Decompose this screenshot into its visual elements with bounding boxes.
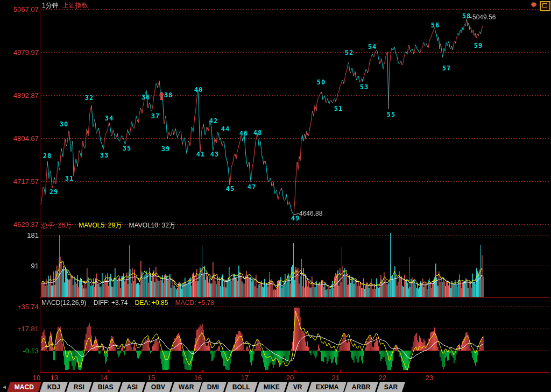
time-axis-label: 16 xyxy=(194,374,202,382)
wave-count-label: 36 xyxy=(142,94,150,101)
mavol10-label: MAVOL10: 32万 xyxy=(129,222,175,229)
tab-label: KDJ xyxy=(47,383,60,391)
tab-arbr[interactable]: ARBR xyxy=(344,382,378,392)
wave-count-label: 55 xyxy=(387,111,395,118)
wave-count-label: 28 xyxy=(43,152,52,160)
tab-label: MACD xyxy=(15,383,34,391)
time-axis-label: 17 xyxy=(241,374,249,382)
time-axis-label: 20 xyxy=(286,374,294,382)
volume-axis-label: 91 xyxy=(1,262,39,270)
macd-value-label: MACD: +5.78 xyxy=(175,299,214,307)
tab-label: ARBR xyxy=(352,383,371,391)
tab-label: EXPMA xyxy=(316,383,339,391)
session-high-annotation: 5049.56 xyxy=(472,13,496,21)
tab-vr[interactable]: VR xyxy=(286,382,310,392)
macd-header: MACD(12,26,9) DIFF: +3.74 DEA: +0.85 MAC… xyxy=(41,299,220,307)
wave-count-label: 34 xyxy=(105,115,114,122)
wave-count-label: 54 xyxy=(368,43,377,51)
wave-count-label: 52 xyxy=(345,49,354,56)
time-axis-label: 22 xyxy=(379,374,386,382)
tab-label: VR xyxy=(293,383,302,391)
time-axis-label: 15 xyxy=(147,374,155,382)
price-axis-label: 5067.07 xyxy=(1,5,39,13)
tab-macd[interactable]: MACD xyxy=(7,382,41,392)
macd-axis-label: +17.81 xyxy=(1,325,39,333)
time-axis-label: 13 xyxy=(51,374,58,382)
tab-label: BIAS xyxy=(98,383,114,391)
wave-count-label: 41 xyxy=(196,151,205,158)
wave-count-label: 47 xyxy=(248,183,256,191)
volume-axis-label: 181 xyxy=(1,231,39,239)
wave-count-label: 56 xyxy=(431,22,440,29)
time-axis-label: 23 xyxy=(426,374,433,382)
volume-header: 总手: 26万 MAVOL5: 29万 MAVOL10: 32万 xyxy=(41,221,181,230)
indicator-tabs: MACDKDJRSIBIASASIOBVW&RDMIBOLLMIKEVREXPM… xyxy=(9,382,405,392)
time-axis-label: 14 xyxy=(100,374,108,382)
wave-count-label: 50 xyxy=(317,79,326,86)
wave-count-label: 39 xyxy=(161,145,170,153)
wave-count-label: 53 xyxy=(360,83,369,91)
wave-count-label: 57 xyxy=(442,65,451,72)
tab-expma[interactable]: EXPMA xyxy=(308,382,347,392)
price-axis-label: 4979.97 xyxy=(1,48,39,56)
wave-count-label: 46 xyxy=(239,130,248,137)
macd-axis-label: -0.13 xyxy=(1,347,39,355)
tab-label: DMI xyxy=(207,383,219,391)
time-axis-label: 10 xyxy=(33,374,40,382)
dea-value-label: DEA: +0.85 xyxy=(135,299,168,307)
tab-bias[interactable]: BIAS xyxy=(90,382,121,392)
diff-value-label: DIFF: +3.74 xyxy=(94,299,128,307)
symbol-label[interactable]: 上证指数 xyxy=(62,1,88,10)
price-axis-label: 4804.67 xyxy=(1,134,39,142)
mavol5-label: MAVOL5: 29万 xyxy=(79,222,122,229)
tab-rsi[interactable]: RSI xyxy=(66,382,92,392)
wave-count-label: 48 xyxy=(253,129,262,137)
trading-app-window: 1分钟 上证指数 ✹ 5067.074979.974892.874804.674… xyxy=(0,0,551,392)
chart-canvas[interactable] xyxy=(0,0,551,392)
tab-sar[interactable]: SAR xyxy=(377,382,406,392)
tab-label: RSI xyxy=(74,383,84,391)
volume-total-label: 总手: 26万 xyxy=(41,222,72,229)
tab-obv[interactable]: OBV xyxy=(144,382,173,392)
tab-label: SAR xyxy=(384,383,398,391)
price-axis-label: 4629.37 xyxy=(1,220,39,229)
wave-count-label: 40 xyxy=(194,86,203,94)
wave-count-label: 43 xyxy=(210,151,219,158)
price-axis-label: 4892.87 xyxy=(1,91,39,99)
burst-icon[interactable]: ✹ xyxy=(529,0,539,10)
wave-count-label: 44 xyxy=(221,125,230,133)
tab-dmi[interactable]: DMI xyxy=(200,382,227,392)
session-low-annotation: 4646.88 xyxy=(299,210,322,217)
tab-label: OBV xyxy=(151,383,165,391)
tab-asi[interactable]: ASI xyxy=(119,382,145,392)
price-axis-label: 4717.57 xyxy=(1,177,39,186)
tab-kdj[interactable]: KDJ xyxy=(40,382,68,392)
wave-count-label: 51 xyxy=(334,105,343,112)
wave-count-label: 38 xyxy=(164,91,173,99)
time-axis-label: 21 xyxy=(332,374,340,382)
frame-icon[interactable] xyxy=(540,1,550,11)
wave-count-label: 49 xyxy=(291,215,300,222)
wave-count-label: 45 xyxy=(226,185,235,193)
tab-mike[interactable]: MIKE xyxy=(256,382,287,392)
tab-label: BOLL xyxy=(232,383,250,391)
wave-count-label: 35 xyxy=(123,145,131,152)
tab-label: ASI xyxy=(127,383,138,391)
tab-label: MIKE xyxy=(264,383,280,391)
macd-axis-label: +35.74 xyxy=(1,303,39,311)
period-label[interactable]: 1分钟 xyxy=(42,1,59,10)
wave-count-label: 32 xyxy=(85,94,94,102)
indicator-tabbar: ◄ MACDKDJRSIBIASASIOBVW&RDMIBOLLMIKEVREX… xyxy=(0,382,551,392)
wave-count-label: 33 xyxy=(100,152,109,159)
wave-count-label: 59 xyxy=(474,42,483,49)
tab-label: W&R xyxy=(179,383,194,391)
wave-count-label: 29 xyxy=(50,188,58,196)
tab-boll[interactable]: BOLL xyxy=(225,382,258,392)
wave-count-label: 31 xyxy=(65,175,74,182)
frame-icon-inner xyxy=(542,3,547,8)
wave-count-label: 30 xyxy=(60,120,68,128)
macd-params-label: MACD(12,26,9) xyxy=(41,299,86,307)
wave-count-label: 37 xyxy=(151,112,160,120)
tab-wr[interactable]: W&R xyxy=(171,382,202,392)
wave-count-label: 42 xyxy=(209,117,218,125)
